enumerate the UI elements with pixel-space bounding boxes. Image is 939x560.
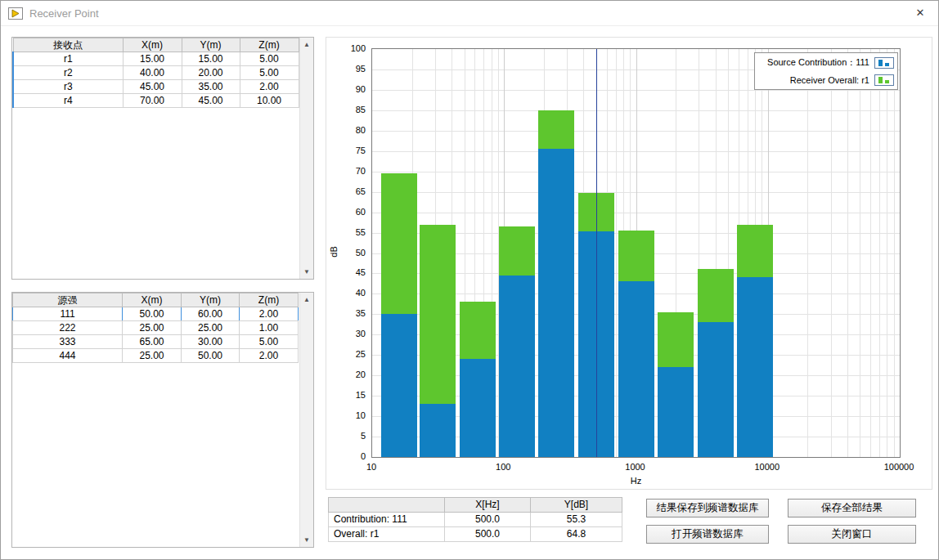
open-spectrum-db-button[interactable]: 打开频谱数据库	[646, 525, 769, 544]
source-table-cell[interactable]: 222	[13, 321, 123, 335]
source-table-cell[interactable]: 5.00	[240, 335, 299, 349]
contribution-bar	[499, 276, 535, 457]
scroll-down-icon[interactable]: ▼	[300, 265, 313, 279]
source-table-host: 源强X(m)Y(m)Z(m)11150.0060.002.0022225.002…	[12, 293, 299, 547]
receiver-scrollbar[interactable]: ▲ ▼	[299, 38, 313, 279]
receiver-table-header-cell[interactable]: X(m)	[123, 38, 182, 52]
v-grid-line	[860, 49, 860, 457]
source-table-cell[interactable]: 333	[13, 335, 123, 349]
readout-table-cell[interactable]: Overall: r1	[329, 527, 445, 542]
receiver-table-cell[interactable]: r3	[13, 80, 123, 94]
scroll-up-icon[interactable]: ▲	[300, 38, 313, 52]
scroll-up-icon[interactable]: ▲	[300, 293, 313, 307]
source-table-cell[interactable]: 111	[13, 307, 123, 321]
source-table-cell[interactable]: 25.00	[123, 349, 182, 363]
save-all-results-button[interactable]: 保存全部结果	[788, 499, 916, 517]
source-table-cell[interactable]: 30.00	[182, 335, 240, 349]
x-tick-label: 100000	[884, 462, 914, 472]
source-table-cell[interactable]: 25.00	[182, 321, 240, 335]
readout-table-cell[interactable]: 55.3	[531, 513, 622, 527]
receiver-table-cell[interactable]: r4	[13, 94, 123, 108]
cursor-readout-table: X[Hz]Y[dB]Contribution: 111500.055.3Over…	[328, 497, 622, 542]
readout-table-cell[interactable]: 64.8	[531, 527, 622, 542]
legend-item[interactable]: Receiver Overall: r1	[757, 71, 896, 88]
y-tick-label: 55	[326, 227, 366, 237]
receiver-table-cell[interactable]: 45.00	[182, 94, 240, 108]
source-table: 源强X(m)Y(m)Z(m)11150.0060.002.0022225.002…	[12, 293, 299, 363]
y-tick-label: 85	[326, 105, 366, 114]
source-table-cell[interactable]: 2.00	[240, 307, 299, 321]
y-tick-label: 25	[326, 349, 366, 359]
scroll-down-icon[interactable]: ▼	[300, 533, 313, 547]
y-tick-label: 90	[326, 84, 366, 94]
source-table-cell[interactable]: 65.00	[123, 335, 182, 349]
source-table-cell[interactable]: 60.00	[182, 307, 240, 321]
readout-table-cell[interactable]: 500.0	[445, 527, 531, 542]
receiver-table-cell[interactable]: 5.00	[240, 66, 299, 80]
readout-table-row: Contribution: 111500.055.3	[329, 513, 622, 527]
source-table-header-cell[interactable]: Z(m)	[240, 293, 299, 307]
close-icon[interactable]: ✕	[902, 1, 938, 25]
source-table-header-cell[interactable]: X(m)	[123, 293, 182, 307]
receiver-table-header-cell[interactable]: Z(m)	[240, 38, 299, 52]
source-table-cell[interactable]: 50.00	[123, 307, 182, 321]
readout-table-header-cell[interactable]	[329, 498, 445, 513]
cursor-line[interactable]	[596, 49, 597, 457]
plot-area[interactable]	[371, 48, 901, 458]
source-table-cell[interactable]: 2.00	[240, 349, 299, 363]
readout-table-cell[interactable]: 500.0	[445, 513, 531, 527]
v-grid-line	[894, 49, 895, 457]
source-scrollbar[interactable]: ▲ ▼	[299, 293, 313, 547]
source-table-cell[interactable]: 50.00	[182, 349, 240, 363]
receiver-table-cell[interactable]: 40.00	[123, 66, 182, 80]
receiver-table-cell[interactable]: 10.00	[240, 94, 299, 108]
receiver-table: 接收点X(m)Y(m)Z(m)r115.0015.005.00r240.0020…	[12, 38, 299, 108]
receiver-table-cell[interactable]: 45.00	[123, 80, 182, 94]
v-grid-line	[616, 49, 617, 457]
receiver-table-header-cell[interactable]: Y(m)	[182, 38, 240, 52]
v-grid-line	[879, 49, 880, 457]
readout-table-cell[interactable]: Contribution: 111	[329, 513, 445, 527]
receiver-table-cell[interactable]: 20.00	[182, 66, 240, 80]
receiver-table-cell[interactable]: r2	[13, 66, 123, 80]
source-table-cell[interactable]: 1.00	[240, 321, 299, 335]
legend-bar-icon	[874, 57, 894, 69]
legend-item[interactable]: Source Contribution：111	[757, 54, 896, 71]
chart-legend: Source Contribution：111Receiver Overall:…	[754, 52, 898, 90]
v-grid-line	[870, 49, 871, 457]
y-tick-label: 40	[326, 288, 366, 298]
receiver-table-cell[interactable]: 5.00	[240, 52, 299, 66]
v-grid-line	[831, 49, 832, 457]
receiver-table-cell[interactable]: r1	[13, 52, 123, 66]
y-tick-label: 10	[326, 410, 366, 420]
y-tick-label: 100	[326, 43, 366, 53]
readout-table-header-cell[interactable]: X[Hz]	[445, 498, 531, 513]
source-table-header-row: 源强X(m)Y(m)Z(m)	[13, 293, 299, 307]
y-tick-label: 5	[326, 431, 366, 441]
source-table-header-cell[interactable]: Y(m)	[182, 293, 240, 307]
y-tick-label: 30	[326, 329, 366, 338]
receiver-table-cell[interactable]: 70.00	[123, 94, 182, 108]
source-table-cell[interactable]: 25.00	[123, 321, 182, 335]
receiver-table-header-cell[interactable]: 接收点	[13, 38, 123, 52]
receiver-table-cell[interactable]: 15.00	[123, 52, 182, 66]
receiver-table-cell[interactable]: 15.00	[182, 52, 240, 66]
receiver-table-panel: 接收点X(m)Y(m)Z(m)r115.0015.005.00r240.0020…	[11, 37, 314, 280]
close-window-button[interactable]: 关闭窗口	[788, 525, 916, 544]
y-tick-label: 80	[326, 125, 366, 135]
y-tick-label: 35	[326, 308, 366, 318]
y-tick-label: 45	[326, 267, 366, 277]
source-table-row: 33365.0030.005.00	[13, 335, 299, 349]
contribution-bar	[420, 404, 456, 457]
readout-table-header-cell[interactable]: Y[dB]	[531, 498, 622, 513]
y-tick-label: 95	[326, 64, 366, 74]
source-table-header-cell[interactable]: 源强	[13, 293, 123, 307]
source-table-cell[interactable]: 444	[13, 349, 123, 363]
receiver-table-cell[interactable]: 35.00	[182, 80, 240, 94]
contribution-bar	[618, 281, 654, 457]
x-axis-label: Hz	[371, 476, 901, 486]
contribution-bar	[658, 367, 694, 457]
y-tick-label: 15	[326, 390, 366, 400]
save-to-spectrum-db-button[interactable]: 结果保存到频谱数据库	[646, 499, 769, 517]
receiver-table-cell[interactable]: 2.00	[240, 80, 299, 94]
